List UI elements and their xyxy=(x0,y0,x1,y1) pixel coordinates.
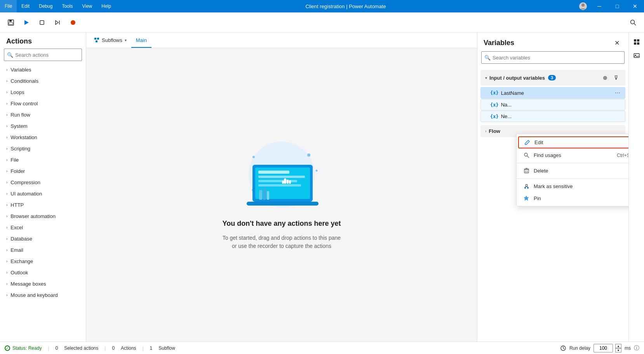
actions-list: ›Variables ›Conditionals ›Loops ›Flow co… xyxy=(0,64,86,342)
step-button[interactable] xyxy=(51,16,64,29)
svg-rect-33 xyxy=(263,188,266,200)
close-button[interactable]: ✕ xyxy=(626,0,644,12)
run-delay-down-button[interactable]: ▼ xyxy=(615,348,621,352)
io-count-badge: 3 xyxy=(548,75,556,80)
svg-line-53 xyxy=(563,348,564,349)
tab-bar: Subflows ▾ Main xyxy=(86,33,477,48)
menu-view[interactable]: View xyxy=(77,0,97,12)
sidebar-item-folder[interactable]: ›Folder xyxy=(0,166,86,177)
sidebar-item-run-flow[interactable]: ›Run flow xyxy=(0,109,86,120)
sidebar-item-system[interactable]: ›System xyxy=(0,120,86,132)
sidebar-item-exchange[interactable]: ›Exchange xyxy=(0,256,86,267)
context-menu-mark-sensitive[interactable]: Mark as sensitive xyxy=(517,180,628,192)
image-button[interactable] xyxy=(630,50,643,62)
svg-point-35 xyxy=(524,153,527,156)
minimize-button[interactable]: ─ xyxy=(590,0,608,12)
svg-marker-5 xyxy=(24,20,29,25)
add-io-variable-button[interactable]: ⊕ xyxy=(600,73,610,82)
save-button[interactable] xyxy=(5,16,17,29)
run-delay-input[interactable] xyxy=(594,344,613,352)
chevron-icon: › xyxy=(6,113,7,117)
search-variables-input[interactable] xyxy=(481,51,625,64)
sidebar-item-excel[interactable]: ›Excel xyxy=(0,222,86,233)
sidebar-item-database[interactable]: ›Database xyxy=(0,233,86,244)
sidebar-item-http[interactable]: ›HTTP xyxy=(0,199,86,211)
menu-edit[interactable]: Edit xyxy=(17,0,34,12)
svg-point-10 xyxy=(631,20,635,24)
chevron-icon: › xyxy=(6,135,7,140)
variables-title: Variables xyxy=(484,39,514,47)
context-menu-edit[interactable]: Edit xyxy=(518,136,628,148)
sidebar-item-mouse-keyboard[interactable]: ›Mouse and keyboard xyxy=(0,289,86,301)
context-menu-find-usages[interactable]: Find usages Ctrl+Shift+F xyxy=(517,149,628,161)
svg-rect-26 xyxy=(258,184,301,187)
tab-main[interactable]: Main xyxy=(131,33,151,48)
titlebar-menu: File Edit Debug Tools View Help xyxy=(0,0,116,12)
edit-label: Edit xyxy=(534,140,543,145)
sidebar-item-ui-automation[interactable]: ›UI automation xyxy=(0,188,86,199)
menu-help[interactable]: Help xyxy=(97,0,116,12)
find-usages-shortcut: Ctrl+Shift+F xyxy=(617,153,628,158)
io-variables-section-header[interactable]: ▾ Input / output variables 3 ⊕ ⊽ xyxy=(480,70,625,85)
context-menu-delete[interactable]: Delete Del xyxy=(517,165,628,177)
sidebar-item-scripting[interactable]: ›Scripting xyxy=(0,143,86,154)
sidebar-item-flow-control[interactable]: ›Flow control xyxy=(0,98,86,109)
chevron-right-icon: › xyxy=(485,129,486,133)
assets-button[interactable] xyxy=(630,36,643,48)
variable-name: Ne... xyxy=(501,113,512,119)
stop-button[interactable] xyxy=(36,16,48,29)
run-delay-spinners: ▲ ▼ xyxy=(615,344,621,352)
chevron-icon: › xyxy=(6,192,7,196)
sidebar-item-outlook[interactable]: ›Outlook xyxy=(0,267,86,278)
svg-rect-27 xyxy=(284,178,286,184)
status-text: Status: Ready xyxy=(12,345,42,351)
status-divider2: | xyxy=(104,345,106,351)
menu-debug[interactable]: Debug xyxy=(34,0,57,12)
sidebar-item-variables[interactable]: ›Variables xyxy=(0,64,86,75)
svg-point-44 xyxy=(527,187,529,189)
tab-subflows[interactable]: Subflows ▾ xyxy=(89,33,131,48)
sidebar-item-message-boxes[interactable]: ›Message boxes xyxy=(0,278,86,289)
sidebar-item-workstation[interactable]: ›Workstation xyxy=(0,132,86,143)
toolbar-search-button[interactable] xyxy=(627,16,639,29)
variable-item-lastname[interactable]: {x} LastName ⋯ xyxy=(480,87,625,99)
run-delay-up-button[interactable]: ▲ xyxy=(615,344,621,348)
sidebar-item-loops[interactable]: ›Loops xyxy=(0,87,86,98)
restore-button[interactable]: □ xyxy=(608,0,626,12)
editor-area: Subflows ▾ Main xyxy=(86,33,477,342)
titlebar: File Edit Debug Tools View Help Client r… xyxy=(0,0,644,12)
context-menu-pin[interactable]: Pin xyxy=(517,192,628,204)
menu-tools[interactable]: Tools xyxy=(57,0,77,12)
mark-sensitive-label: Mark as sensitive xyxy=(534,183,573,189)
variable-item-na[interactable]: {x} Na... xyxy=(480,99,625,110)
sensitive-icon xyxy=(523,183,530,189)
run-button[interactable] xyxy=(20,16,33,29)
find-usages-label: Find usages xyxy=(534,152,561,158)
chevron-icon: › xyxy=(6,293,7,297)
variables-header: Variables ✕ xyxy=(477,33,628,51)
sidebar-item-conditionals[interactable]: ›Conditionals xyxy=(0,75,86,87)
chevron-icon: › xyxy=(6,214,7,218)
status-bar: Status: Ready | 0 Selected actions | 0 A… xyxy=(0,342,644,354)
subflow-label: Subflow xyxy=(158,345,175,351)
menu-file[interactable]: File xyxy=(0,0,17,12)
sidebar-item-email[interactable]: ›Email xyxy=(0,244,86,256)
sidebar-item-browser-automation[interactable]: ›Browser automation xyxy=(0,211,86,222)
sidebar-item-compression[interactable]: ›Compression xyxy=(0,177,86,188)
content-area: Actions 🔍 ›Variables ›Conditionals ›Loop… xyxy=(0,33,644,342)
record-button[interactable] xyxy=(67,16,79,29)
run-delay-info-button[interactable]: ⓘ xyxy=(634,345,639,352)
variables-close-button[interactable]: ✕ xyxy=(611,37,622,48)
svg-rect-23 xyxy=(258,171,289,174)
svg-point-43 xyxy=(524,187,526,189)
toolbar xyxy=(0,12,644,33)
variable-menu-button[interactable]: ⋯ xyxy=(615,90,620,96)
sidebar-item-file[interactable]: ›File xyxy=(0,154,86,166)
right-icons-panel xyxy=(628,33,644,342)
svg-rect-29 xyxy=(289,180,291,184)
chevron-icon: › xyxy=(6,79,7,83)
variable-item-ne[interactable]: {x} Ne... xyxy=(480,111,625,122)
filter-io-variables-button[interactable]: ⊽ xyxy=(611,73,621,82)
search-actions-input[interactable] xyxy=(4,49,82,61)
variable-icon: {x} xyxy=(490,114,499,119)
